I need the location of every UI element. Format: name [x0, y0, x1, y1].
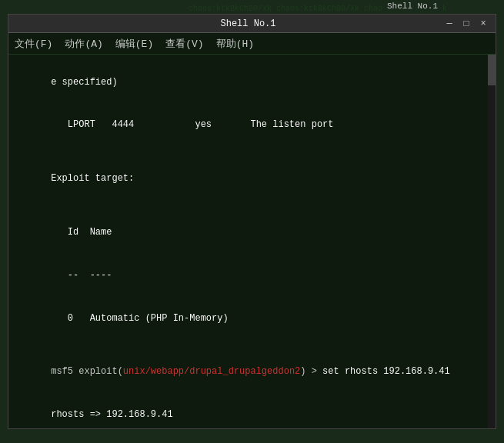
tab-label: Shell No.1 — [382, 0, 442, 12]
blank-2 — [18, 200, 486, 211]
menu-edit[interactable]: 编辑(E) — [115, 37, 153, 51]
term-line-rhosts-output: rhosts => 192.168.9.41 — [18, 393, 486, 428]
menu-view[interactable]: 查看(V) — [165, 37, 203, 51]
term-line-exploit-target: Exploit target: — [18, 158, 486, 201]
terminal-window: Shell No.1 — □ × 文件(F) 动作(A) 编辑(E) 查看(V)… — [8, 14, 496, 429]
blank-3 — [18, 340, 486, 351]
scrollbar-thumb[interactable] — [488, 55, 496, 85]
term-line-separator: -- ---- — [18, 254, 486, 297]
maximize-button[interactable]: □ — [460, 19, 472, 28]
terminal-content[interactable]: e specified) LPORT 4444 yes The listen p… — [8, 55, 496, 428]
window-title: Shell No.1 — [53, 18, 443, 29]
minimize-button[interactable]: — — [443, 19, 456, 28]
term-line-lport: LPORT 4444 yes The listen port — [18, 104, 486, 147]
close-button[interactable]: × — [477, 19, 489, 28]
menu-file[interactable]: 文件(F) — [15, 37, 52, 51]
term-line-especified: e specified) — [18, 61, 486, 104]
menu-bar: 文件(F) 动作(A) 编辑(E) 查看(V) 帮助(H) — [8, 33, 496, 55]
menu-action[interactable]: 动作(A) — [65, 37, 102, 51]
term-line-automatic: 0 Automatic (PHP In-Memory) — [18, 297, 486, 340]
blank-1 — [18, 147, 486, 158]
term-line-id-name: Id Name — [18, 211, 486, 254]
menu-help[interactable]: 帮助(H) — [216, 37, 254, 51]
title-bar: Shell No.1 — □ × — [8, 15, 496, 33]
scrollbar[interactable] — [488, 55, 496, 428]
term-line-set-rhosts: msf5 exploit(unix/webapp/drupal_drupalge… — [18, 351, 486, 394]
title-buttons: — □ × — [443, 19, 489, 28]
